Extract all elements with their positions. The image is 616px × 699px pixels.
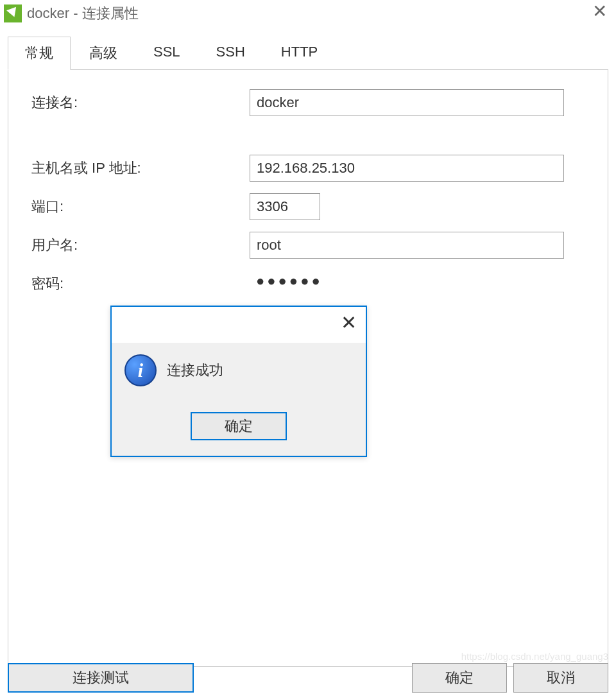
window-title: docker - 连接属性 bbox=[27, 4, 139, 23]
close-icon[interactable]: ✕ bbox=[592, 3, 607, 21]
password-label: 密码: bbox=[31, 274, 250, 293]
dialog-body: i 连接成功 确定 bbox=[112, 343, 366, 456]
row-password: 密码: ●●●●●● bbox=[31, 270, 585, 297]
username-label: 用户名: bbox=[31, 236, 250, 255]
cancel-button[interactable]: 取消 bbox=[513, 663, 608, 693]
tab-ssl[interactable]: SSL bbox=[136, 37, 198, 70]
test-connection-button[interactable]: 连接测试 bbox=[8, 663, 194, 693]
port-label: 端口: bbox=[31, 197, 250, 216]
message-dialog: ✕ i 连接成功 确定 bbox=[110, 306, 367, 457]
connection-name-input[interactable] bbox=[250, 89, 564, 116]
tab-general[interactable]: 常规 bbox=[8, 37, 71, 70]
bottom-button-bar: 连接测试 确定 取消 bbox=[8, 663, 608, 693]
row-connection-name: 连接名: bbox=[31, 89, 585, 116]
dialog-message: 连接成功 bbox=[167, 361, 223, 380]
host-input[interactable] bbox=[250, 155, 564, 182]
dialog-titlebar: ✕ bbox=[112, 307, 366, 343]
host-label: 主机名或 IP 地址: bbox=[31, 159, 250, 178]
ok-button[interactable]: 确定 bbox=[412, 663, 507, 693]
dialog-ok-button[interactable]: 确定 bbox=[191, 412, 287, 440]
row-username: 用户名: bbox=[31, 232, 585, 259]
row-port: 端口: bbox=[31, 193, 585, 220]
connection-name-label: 连接名: bbox=[31, 93, 250, 112]
port-input[interactable] bbox=[250, 193, 320, 220]
dialog-close-icon[interactable]: ✕ bbox=[341, 313, 357, 332]
row-host: 主机名或 IP 地址: bbox=[31, 155, 585, 182]
info-icon: i bbox=[124, 354, 157, 386]
username-input[interactable] bbox=[250, 232, 564, 259]
tab-advanced[interactable]: 高级 bbox=[72, 37, 135, 70]
tab-http[interactable]: HTTP bbox=[264, 37, 335, 70]
right-button-group: 确定 取消 bbox=[412, 663, 608, 693]
tab-ssh[interactable]: SSH bbox=[199, 37, 262, 70]
tab-bar: 常规 高级 SSL SSH HTTP bbox=[8, 36, 608, 70]
app-logo-icon bbox=[4, 4, 22, 22]
dialog-message-row: i 连接成功 bbox=[124, 354, 353, 386]
title-bar: docker - 连接属性 ✕ bbox=[0, 0, 616, 27]
password-input[interactable]: ●●●●●● bbox=[250, 270, 564, 297]
